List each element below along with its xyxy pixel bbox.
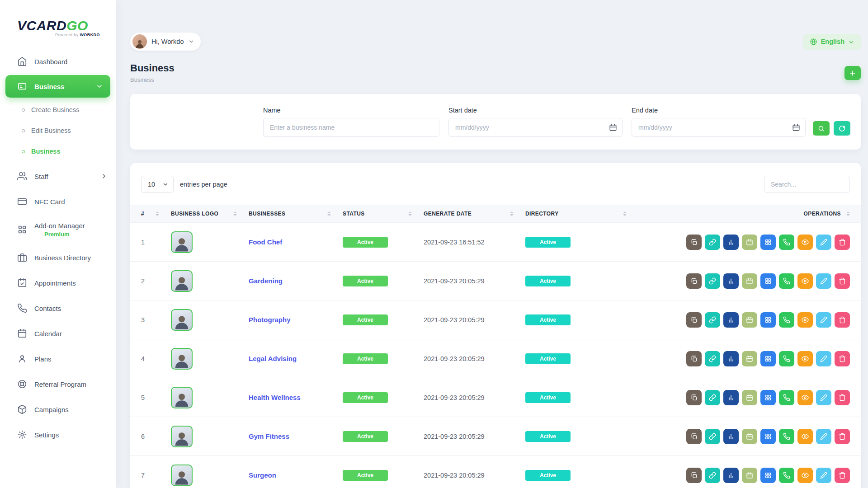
- business-link-button[interactable]: [705, 273, 720, 289]
- edit-business-button[interactable]: [816, 312, 831, 328]
- business-analytics-button[interactable]: [723, 351, 739, 366]
- business-analytics-button[interactable]: [723, 429, 739, 444]
- business-gallery-button[interactable]: [760, 468, 776, 483]
- apply-filter-button[interactable]: [813, 121, 830, 136]
- business-call-button[interactable]: [779, 312, 794, 328]
- sidebar-item-contacts[interactable]: Contacts: [0, 296, 116, 321]
- sidebar-item-addon-manager[interactable]: Add-on Manager Premium: [0, 214, 116, 245]
- business-call-button[interactable]: [779, 468, 794, 483]
- sidebar-subitem-business[interactable]: Business: [0, 141, 116, 162]
- business-appointments-button[interactable]: [742, 351, 757, 366]
- edit-business-button[interactable]: [816, 429, 831, 444]
- delete-business-button[interactable]: [835, 429, 850, 444]
- copy-business-button[interactable]: [686, 235, 702, 250]
- entries-per-page-select[interactable]: 10: [141, 176, 174, 193]
- sidebar-item-appointments[interactable]: Appointments: [0, 270, 116, 296]
- business-name-link[interactable]: Gym Fitness: [249, 432, 289, 440]
- edit-business-button[interactable]: [816, 468, 831, 483]
- end-date-input[interactable]: [632, 118, 806, 137]
- language-selector[interactable]: English: [803, 34, 861, 50]
- sidebar-item-referral-program[interactable]: Referral Program: [0, 371, 116, 397]
- sidebar-item-business-directory[interactable]: Business Directory: [0, 245, 116, 270]
- column-header-business-logo[interactable]: BUSINESS LOGO: [171, 211, 249, 217]
- start-date-input[interactable]: [448, 118, 623, 137]
- sidebar-item-campaigns[interactable]: Campaigns: [0, 397, 116, 422]
- column-header-status[interactable]: STATUS: [343, 211, 424, 217]
- business-name-input[interactable]: [263, 118, 439, 137]
- copy-business-button[interactable]: [686, 390, 702, 405]
- business-analytics-button[interactable]: [723, 235, 739, 250]
- business-analytics-button[interactable]: [723, 273, 739, 289]
- business-analytics-button[interactable]: [723, 468, 739, 483]
- copy-business-button[interactable]: [686, 273, 702, 289]
- sidebar-item-nfc-card[interactable]: NFC Card: [0, 189, 116, 214]
- business-appointments-button[interactable]: [742, 429, 757, 444]
- business-appointments-button[interactable]: [742, 390, 757, 405]
- business-link-button[interactable]: [705, 468, 720, 483]
- business-link-button[interactable]: [705, 390, 720, 405]
- business-gallery-button[interactable]: [760, 235, 776, 250]
- sidebar-item-calendar[interactable]: Calendar: [0, 321, 116, 346]
- business-name-link[interactable]: Legal Advising: [249, 355, 297, 362]
- view-business-button[interactable]: [797, 429, 813, 444]
- user-menu[interactable]: Hi, Workdo: [130, 33, 201, 51]
- sidebar-item-staff[interactable]: Staff: [0, 164, 116, 189]
- sidebar-item-settings[interactable]: Settings: [0, 422, 116, 447]
- business-call-button[interactable]: [779, 273, 794, 289]
- column-header-directory[interactable]: DIRECTORY: [525, 211, 638, 217]
- delete-business-button[interactable]: [835, 390, 850, 405]
- business-gallery-button[interactable]: [760, 273, 776, 289]
- copy-business-button[interactable]: [686, 429, 702, 444]
- table-search-input[interactable]: [764, 176, 850, 193]
- view-business-button[interactable]: [797, 351, 813, 366]
- edit-business-button[interactable]: [816, 235, 831, 250]
- view-business-button[interactable]: [797, 312, 813, 328]
- copy-business-button[interactable]: [686, 351, 702, 366]
- business-name-link[interactable]: Gardening: [249, 277, 283, 285]
- business-appointments-button[interactable]: [742, 235, 757, 250]
- edit-business-button[interactable]: [816, 273, 831, 289]
- delete-business-button[interactable]: [835, 351, 850, 366]
- business-call-button[interactable]: [779, 351, 794, 366]
- reset-filter-button[interactable]: [834, 121, 850, 136]
- edit-business-button[interactable]: [816, 351, 831, 366]
- add-business-button[interactable]: [844, 66, 861, 80]
- view-business-button[interactable]: [797, 273, 813, 289]
- copy-business-button[interactable]: [686, 468, 702, 483]
- business-gallery-button[interactable]: [760, 312, 776, 328]
- delete-business-button[interactable]: [835, 468, 850, 483]
- business-call-button[interactable]: [779, 390, 794, 405]
- business-name-link[interactable]: Health Wellness: [249, 394, 301, 401]
- business-call-button[interactable]: [779, 235, 794, 250]
- sidebar-item-dashboard[interactable]: Dashboard: [0, 49, 116, 74]
- business-appointments-button[interactable]: [742, 273, 757, 289]
- business-call-button[interactable]: [779, 429, 794, 444]
- sidebar-subitem-create-business[interactable]: Create Business: [0, 99, 116, 120]
- business-link-button[interactable]: [705, 235, 720, 250]
- view-business-button[interactable]: [797, 468, 813, 483]
- business-name-link[interactable]: Surgeon: [249, 471, 276, 479]
- column-header-generate-date[interactable]: GENERATE DATE: [424, 211, 525, 217]
- business-gallery-button[interactable]: [760, 390, 776, 405]
- column-header-number[interactable]: #: [141, 211, 171, 217]
- delete-business-button[interactable]: [835, 312, 850, 328]
- business-link-button[interactable]: [705, 429, 720, 444]
- view-business-button[interactable]: [797, 235, 813, 250]
- column-header-operations[interactable]: OPERATIONS: [638, 211, 850, 217]
- business-gallery-button[interactable]: [760, 351, 776, 366]
- business-link-button[interactable]: [705, 351, 720, 366]
- view-business-button[interactable]: [797, 390, 813, 405]
- business-appointments-button[interactable]: [742, 312, 757, 328]
- business-analytics-button[interactable]: [723, 390, 739, 405]
- business-analytics-button[interactable]: [723, 312, 739, 328]
- edit-business-button[interactable]: [816, 390, 831, 405]
- column-header-businesses[interactable]: BUSINESSES: [249, 211, 343, 217]
- sidebar-item-plans[interactable]: Plans: [0, 346, 116, 371]
- copy-business-button[interactable]: [686, 312, 702, 328]
- delete-business-button[interactable]: [835, 273, 850, 289]
- sidebar-subitem-edit-business[interactable]: Edit Business: [0, 120, 116, 141]
- business-name-link[interactable]: Food Chef: [249, 238, 282, 246]
- business-link-button[interactable]: [705, 312, 720, 328]
- business-appointments-button[interactable]: [742, 468, 757, 483]
- business-gallery-button[interactable]: [760, 429, 776, 444]
